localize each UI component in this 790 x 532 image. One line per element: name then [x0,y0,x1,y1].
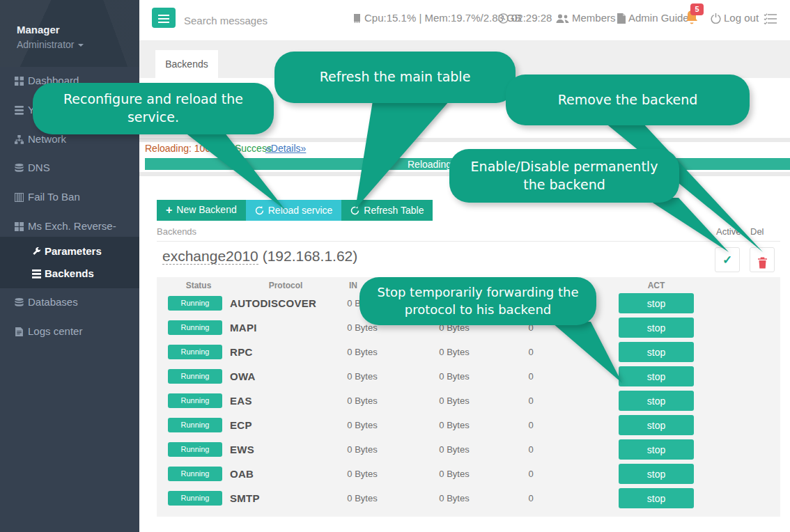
details-link[interactable]: «Details» [265,143,306,154]
backends-panel: +New Backend Reload service Refresh Tabl… [139,176,790,524]
protocol-name: EAS [230,389,252,413]
stop-button[interactable]: stop [619,488,694,508]
reload-service-label: Reload service [268,205,333,216]
in-bytes-value: 0 Bytes [327,437,397,462]
refresh-table-button[interactable]: Refresh Table [341,200,433,221]
sidebar-item-backends[interactable]: Backends [0,265,139,283]
in-bytes-value: 0 Bytes [327,340,397,364]
quick-settings-button[interactable] [764,13,777,25]
act-header: ACT [640,281,673,290]
sidebar-item-label: DNS [28,158,50,178]
user-name: Manager [17,24,60,36]
system-stats: Cpu:15.1% | Mem:19.7%/2.83 GB [353,12,522,29]
stop-button[interactable]: stop [619,318,694,338]
logout-button[interactable]: Log out [711,12,759,29]
in-bytes-value: 0 Bytes [327,413,397,437]
sidebar-item-ms-exch-reverse-proxy[interactable]: Ms Exch. Reverse-Proxy [0,217,139,236]
protocol-row: RunningEWS0 Bytes0 Bytes0stop [157,437,780,462]
sidebar-item-label: Databases [28,292,78,312]
logout-label: Log out [724,12,759,24]
stop-button[interactable]: stop [619,342,694,362]
wrench-icon [32,247,41,256]
status-header: Status [178,281,219,290]
status-badge: Running [168,369,222,384]
members-icon [556,14,569,24]
database-icon [15,164,24,173]
search-input[interactable] [183,10,318,31]
hits-value: 0 [513,437,548,462]
protocol-name: AUTODISCOVER [230,291,316,315]
stop-button[interactable]: stop [619,366,694,386]
status-badge: Running [168,442,222,457]
reload-icon [255,206,264,215]
backend-ip: (192.168.1.62) [263,248,358,264]
dashboard-grid-icon [15,77,24,86]
in-bytes-value: 0 Bytes [327,462,397,486]
status-badge: Running [168,418,222,432]
in-bytes-value: 0 Bytes [327,389,397,413]
pdf-doc-icon [617,13,626,24]
sidebar-item-dns[interactable]: DNS [0,158,139,178]
protocol-name: OAB [230,462,254,486]
sidebar-item-parameters[interactable]: Parameters [0,242,139,260]
tooltip-stop-protocol: Stop temporarily forwarding the protocol… [359,277,596,325]
sidebar: Manager Administrator Dashboard Y Networ… [0,0,139,532]
sidebar-item-logs-center[interactable]: Logs center [0,322,139,341]
protocol-row: RunningRPC0 Bytes0 Bytes0stop [157,340,780,364]
stop-button[interactable]: stop [619,464,694,484]
network-sitemap-icon [15,135,24,144]
reload-service-button[interactable]: Reload service [246,200,342,221]
tooltip-remove-backend: Remove the backend [506,75,750,125]
admin-guide-link[interactable]: Admin Guide [617,12,689,29]
in-bytes-value: 0 Bytes [327,486,397,510]
backend-title: exchange2010 (192.168.1.62) [162,248,357,265]
clock-text: 02:29:28 [511,12,552,24]
out-bytes-value: 0 Bytes [419,462,489,486]
backend-name-link[interactable]: exchange2010 [162,248,258,265]
protocol-name: SMTP [230,486,260,510]
power-icon [711,13,721,24]
active-column-header: Active [716,226,741,237]
status-badge: Running [168,296,222,311]
protocol-header: Protocol [261,281,310,290]
hits-value: 0 [513,389,548,413]
protocol-row: RunningSMTP0 Bytes0 Bytes0stop [157,486,780,510]
stop-button[interactable]: stop [619,391,694,411]
hits-value: 0 [513,413,548,437]
caret-down-icon [78,44,84,47]
user-role-dropdown[interactable]: Administrator [17,39,84,50]
plus-icon: + [166,204,172,217]
new-backend-button[interactable]: +New Backend [157,200,246,221]
refresh-table-label: Refresh Table [364,205,424,216]
status-badge: Running [168,320,222,335]
chip-icon [353,13,362,24]
section-title: Backends [157,226,196,237]
in-bytes-value: 0 Bytes [327,364,397,389]
out-bytes-value: 0 Bytes [419,340,489,364]
reload-status-text: Reloading: 100% Re [145,143,234,154]
new-backend-label: New Backend [176,204,236,215]
del-column-header: Del [750,226,764,237]
menu-toggle-button[interactable] [152,8,176,28]
stop-button[interactable]: stop [619,439,694,460]
members-label: Members [572,12,616,24]
protocol-row: RunningEAS0 Bytes0 Bytes0stop [157,389,780,413]
file-text-icon [15,327,24,336]
protocol-row: RunningOWA0 Bytes0 Bytes0stop [157,364,780,389]
tab-backends[interactable]: Backends [155,50,218,78]
backend-active-toggle[interactable]: ✓ [715,247,740,272]
backend-delete-button[interactable] [750,247,775,272]
tooltip-enable-disable: Enable/Disable permanently the backend [449,149,679,203]
protocol-name: EWS [230,437,254,462]
clock-display: 02:29:28 [498,12,552,29]
notification-count-badge[interactable]: 5 [690,3,704,15]
status-badge: Running [168,491,222,506]
sidebar-item-databases[interactable]: Databases [0,292,139,312]
app-window: Manager Administrator Dashboard Y Networ… [0,0,790,532]
stop-button[interactable]: stop [619,415,694,435]
sidebar-item-fail-to-ban[interactable]: Fail To Ban [0,187,139,207]
checklist-icon [764,13,777,25]
protocol-name: MAPI [230,315,257,340]
members-link[interactable]: Members [556,12,616,29]
stop-button[interactable]: stop [619,293,694,313]
